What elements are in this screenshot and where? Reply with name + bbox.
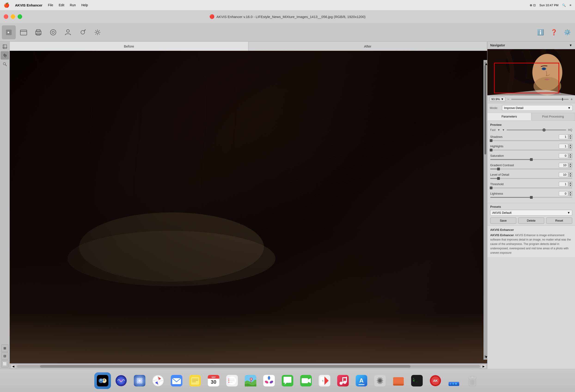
h-scrollbar-thumb[interactable] (40, 365, 410, 368)
level-of-detail-down[interactable]: ▼ (569, 175, 572, 177)
dock-appstore[interactable]: A (353, 372, 370, 389)
tab-parameters[interactable]: Parameters (487, 113, 531, 121)
gradient-contrast-up[interactable]: ▲ (569, 163, 572, 165)
h-scrollbar-track[interactable] (17, 365, 480, 368)
zoom-thumb[interactable] (562, 98, 563, 101)
hand-tool[interactable] (1, 51, 9, 60)
highlights-track[interactable] (490, 150, 572, 151)
nav-btn-3[interactable]: ⬜ (1, 360, 9, 368)
zoom-plus-btn[interactable]: + (571, 97, 573, 101)
lightness-down[interactable]: ▼ (569, 194, 572, 196)
dock-akvis[interactable]: AK (427, 372, 444, 389)
highlights-down[interactable]: ▼ (569, 146, 572, 149)
shadows-up[interactable]: ▲ (569, 134, 572, 137)
run-menu[interactable]: Run (70, 3, 76, 7)
saturation-track[interactable] (490, 159, 572, 160)
minimize-button[interactable] (11, 14, 15, 19)
lightness-up[interactable]: ▲ (569, 191, 572, 194)
info-button[interactable]: ℹ️ (535, 26, 546, 38)
threshold-track[interactable] (490, 187, 572, 188)
preview-slider[interactable] (507, 130, 566, 131)
save-preset-button[interactable]: Save (490, 218, 516, 224)
highlights-value[interactable]: 1 (559, 144, 568, 149)
close-button[interactable] (4, 14, 8, 19)
dock-launchpad[interactable] (131, 372, 148, 389)
dock-trash[interactable] (464, 372, 481, 389)
saturation-thumb[interactable] (530, 158, 533, 161)
tab-post-processing[interactable]: Post Processing (531, 113, 575, 121)
gradient-contrast-down[interactable]: ▼ (569, 165, 572, 168)
dock-maps[interactable] (242, 372, 259, 389)
dock-notes[interactable] (187, 372, 203, 389)
toolbar-btn-2[interactable] (31, 25, 45, 39)
shadows-track[interactable] (490, 140, 572, 141)
dock-reminders[interactable] (224, 372, 240, 389)
toolbar-btn-5[interactable] (76, 25, 90, 39)
level-of-detail-thumb[interactable] (497, 177, 500, 180)
menubar-search[interactable]: 🔍 (562, 3, 566, 7)
threshold-up[interactable]: ▲ (569, 182, 572, 184)
crop-tool[interactable] (1, 43, 9, 51)
scroll-down-arrow[interactable]: ▼ (484, 355, 486, 358)
zoom-track[interactable] (511, 99, 569, 100)
dock-mail[interactable] (168, 372, 185, 389)
shadows-down[interactable]: ▼ (569, 137, 572, 139)
canvas-viewport[interactable]: ▲ ▼ (10, 51, 487, 363)
level-of-detail-value[interactable]: 10 (559, 172, 568, 177)
mode-selector[interactable]: Improve Detail ▼ (502, 105, 573, 111)
toolbar-btn-4[interactable] (61, 25, 75, 39)
zoom-selector[interactable]: 93.9% ▼ (490, 97, 505, 102)
highlights-up[interactable]: ▲ (569, 144, 572, 146)
toolbar-btn-6[interactable] (91, 25, 104, 39)
toolbar-btn-3[interactable] (46, 25, 60, 39)
threshold-thumb[interactable] (490, 187, 493, 189)
gradient-contrast-value[interactable]: 10 (559, 163, 568, 168)
dock-facetime[interactable] (298, 372, 314, 389)
file-menu[interactable]: File (48, 3, 53, 7)
dock-downloads[interactable] (446, 372, 462, 389)
nav-btn-1[interactable]: ⊞ (1, 345, 9, 352)
presets-selector[interactable]: AKVIS Default ▼ (490, 210, 572, 216)
help-menu[interactable]: Help (81, 3, 88, 7)
scroll-right-arrow[interactable]: ▶ (481, 364, 486, 369)
canvas-scrollbar-v[interactable]: ▲ ▼ (483, 60, 487, 360)
maximize-button[interactable] (18, 14, 22, 19)
dock-terminal[interactable]: $ _ >_ (408, 372, 425, 389)
dock-calendar[interactable]: SEP 30 (205, 372, 222, 389)
level-of-detail-track[interactable] (490, 178, 572, 179)
dock-finder[interactable] (94, 372, 111, 389)
level-of-detail-up[interactable]: ▲ (569, 172, 572, 174)
preview-arrow-2[interactable]: ▼ (502, 128, 505, 131)
gradient-contrast-thumb[interactable] (497, 168, 500, 170)
saturation-value[interactable]: 0 (559, 153, 568, 158)
preview-arrow-1[interactable]: ▼ (497, 128, 500, 131)
nav-btn-2[interactable]: ⊟ (1, 352, 9, 360)
app-menu-name[interactable]: AKVIS Enhancer (15, 3, 42, 7)
toolbar-btn-1[interactable] (17, 25, 30, 39)
help-button[interactable]: ❓ (548, 26, 560, 38)
dock-photos[interactable] (261, 372, 277, 389)
dock-filestack[interactable] (390, 372, 407, 389)
edit-menu[interactable]: Edit (59, 3, 64, 7)
tab-before[interactable]: Before (10, 42, 248, 51)
navigator-collapse[interactable]: ▼ (569, 44, 572, 47)
dock-siri[interactable] (113, 372, 129, 389)
reset-preset-button[interactable]: Reset (546, 218, 572, 224)
preview-slider-thumb[interactable] (542, 128, 546, 131)
saturation-down[interactable]: ▼ (569, 156, 572, 158)
toolbar-btn-0[interactable]: ✦ (2, 25, 16, 39)
threshold-down[interactable]: ▼ (569, 184, 572, 187)
lightness-track[interactable] (490, 197, 572, 198)
tab-after[interactable]: After (248, 42, 487, 51)
menubar-controls[interactable]: ≡ (570, 3, 571, 7)
dock-music[interactable] (335, 372, 351, 389)
highlights-thumb[interactable] (490, 149, 493, 152)
lightness-value[interactable]: 0 (559, 191, 568, 196)
lightness-thumb[interactable] (530, 196, 533, 199)
shadows-value[interactable]: 1 (559, 134, 568, 139)
dock-sysprefs[interactable] (372, 372, 388, 389)
gradient-contrast-track[interactable] (490, 169, 572, 170)
delete-preset-button[interactable]: Delete (518, 218, 544, 224)
dock-safari[interactable] (150, 372, 167, 389)
prefs-button[interactable]: ⚙️ (562, 26, 573, 38)
